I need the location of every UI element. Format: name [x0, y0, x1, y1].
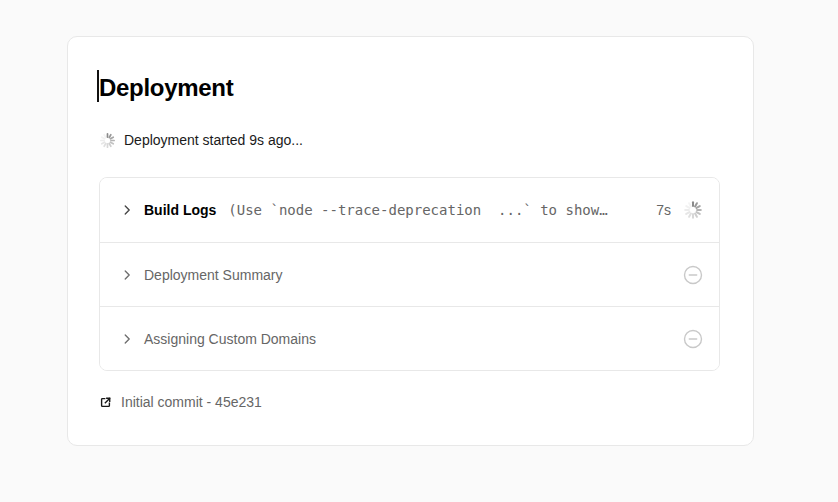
- deployment-card: Deployment: [67, 36, 754, 446]
- section-row-assigning-custom-domains[interactable]: Assigning Custom Domains: [100, 306, 719, 370]
- chevron-right-icon: [120, 203, 134, 217]
- section-row-deployment-summary[interactable]: Deployment Summary: [100, 242, 719, 306]
- external-link-icon: [99, 396, 112, 409]
- page-title: Deployment: [99, 73, 233, 103]
- section-label: Deployment Summary: [144, 267, 283, 283]
- text-cursor: [97, 70, 99, 102]
- minus-circle-icon: [683, 265, 703, 285]
- section-detail: (Use `node --trace-deprecation ...` to s…: [228, 202, 607, 218]
- section-status: [683, 265, 703, 285]
- page-title-wrap: Deployment: [99, 73, 233, 103]
- minus-circle-icon: [683, 329, 703, 349]
- status-text: Deployment started 9s ago...: [124, 132, 303, 148]
- section-duration: 7s: [656, 202, 671, 218]
- section-row-build-logs[interactable]: Build Logs (Use `node --trace-deprecatio…: [100, 178, 719, 242]
- commit-link[interactable]: Initial commit - 45e231: [99, 393, 262, 411]
- page: Deployment: [0, 0, 838, 502]
- section-status: 7s: [656, 200, 703, 220]
- spinner-icon: [99, 132, 116, 149]
- deployment-status: Deployment started 9s ago...: [99, 131, 720, 149]
- chevron-right-icon: [120, 268, 134, 282]
- section-status: [683, 329, 703, 349]
- commit-label: Initial commit - 45e231: [121, 394, 262, 410]
- chevron-right-icon: [120, 332, 134, 346]
- steps-panel: Build Logs (Use `node --trace-deprecatio…: [99, 177, 720, 371]
- section-label: Build Logs: [144, 202, 216, 218]
- section-label: Assigning Custom Domains: [144, 331, 316, 347]
- spinner-icon: [683, 200, 703, 220]
